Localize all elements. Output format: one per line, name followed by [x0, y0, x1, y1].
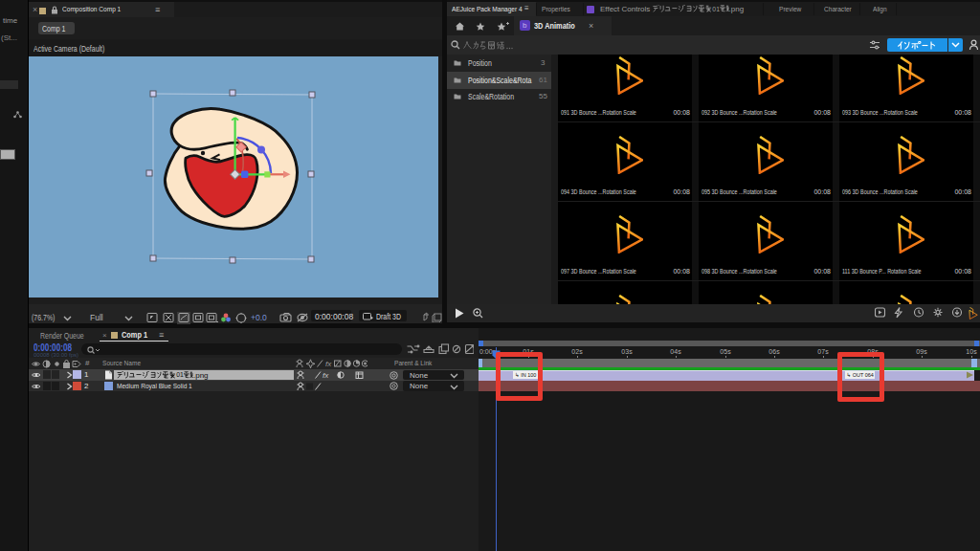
svg-text:01: 01 — [176, 371, 184, 378]
svg-text:fx: fx — [323, 371, 329, 380]
svg-text:01: 01 — [712, 6, 720, 12]
svg-text:fx: fx — [325, 360, 332, 368]
